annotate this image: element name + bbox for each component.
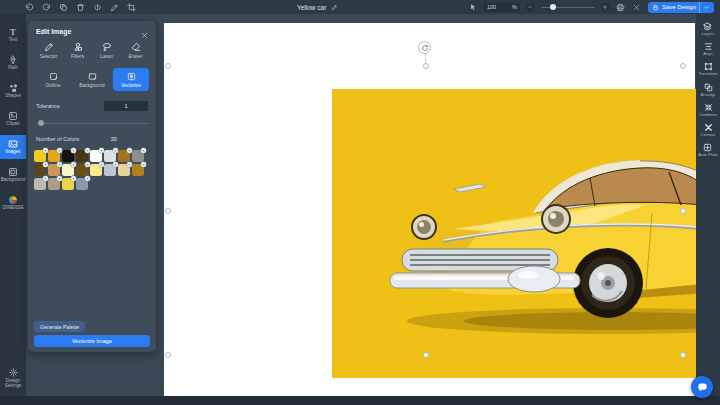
palette-swatch[interactable]: × bbox=[104, 150, 116, 162]
remove-color-icon[interactable]: × bbox=[141, 148, 146, 153]
right-sidebar-item-arrange[interactable]: Arrange bbox=[701, 83, 716, 97]
slider-thumb[interactable] bbox=[38, 120, 44, 126]
right-sidebar-item-combiner[interactable]: Combiner bbox=[699, 103, 717, 117]
crop-button[interactable] bbox=[126, 2, 136, 12]
images-icon bbox=[8, 139, 18, 149]
sidebar-item-path[interactable]: Path bbox=[0, 51, 26, 75]
sidebar-item-design-settings[interactable]: Design Settings bbox=[0, 368, 26, 388]
zoom-unit: % bbox=[512, 4, 517, 10]
gear-icon bbox=[9, 368, 18, 377]
palette-swatch[interactable]: × bbox=[132, 150, 144, 162]
redo-button[interactable] bbox=[41, 2, 51, 12]
tolerance-label: Tolerance bbox=[36, 103, 60, 109]
sidebar-item-text[interactable]: TText bbox=[0, 23, 26, 47]
palette-swatch[interactable]: × bbox=[90, 150, 102, 162]
undo-button[interactable] bbox=[24, 2, 34, 12]
remove-color-icon[interactable]: × bbox=[85, 176, 90, 181]
sidebar-item-images[interactable]: Images bbox=[0, 135, 26, 159]
slider-thumb[interactable] bbox=[550, 4, 556, 10]
mode-vectorize[interactable]: Vectorize bbox=[113, 68, 149, 91]
selection-handle[interactable] bbox=[680, 352, 686, 358]
selection-handle[interactable] bbox=[680, 208, 686, 214]
sidebar-item-background[interactable]: Background bbox=[0, 163, 26, 187]
palette-swatch[interactable]: × bbox=[48, 178, 60, 190]
generate-palette-button[interactable]: Generate Palette bbox=[34, 321, 85, 332]
palette-swatch[interactable]: × bbox=[90, 164, 102, 176]
right-sidebar-item-align[interactable]: Align bbox=[703, 42, 712, 56]
selection-handle[interactable] bbox=[680, 63, 686, 69]
remove-color-icon[interactable]: × bbox=[141, 162, 146, 167]
toolbar-right-group: 100 % Save Design bbox=[468, 0, 714, 14]
selection-handle[interactable] bbox=[423, 352, 429, 358]
tool-selector[interactable]: Selector bbox=[35, 42, 62, 59]
palette-swatch[interactable]: × bbox=[48, 164, 60, 176]
sidebar-item-dimense[interactable]: DIMENSE bbox=[0, 191, 26, 215]
palette-swatch[interactable]: × bbox=[104, 164, 116, 176]
printer-icon bbox=[616, 3, 625, 12]
palette-swatch[interactable]: × bbox=[76, 178, 88, 190]
palette-swatch[interactable]: × bbox=[118, 164, 130, 176]
palette-swatch[interactable]: × bbox=[132, 164, 144, 176]
selection-handle[interactable] bbox=[165, 208, 171, 214]
sidebar-item-shapes[interactable]: Shapes bbox=[0, 79, 26, 103]
duplicate-button[interactable] bbox=[58, 2, 68, 12]
close-editor-button[interactable] bbox=[632, 2, 642, 12]
right-sidebar-item-layers[interactable]: Layers bbox=[702, 22, 715, 36]
svg-text:T: T bbox=[10, 27, 16, 37]
palette-swatch[interactable]: × bbox=[62, 150, 74, 162]
tool-lasso[interactable]: Lasso bbox=[93, 42, 120, 59]
palette-swatch[interactable]: × bbox=[34, 164, 46, 176]
palette-swatch[interactable]: × bbox=[62, 164, 74, 176]
text-icon: T bbox=[8, 27, 18, 37]
selection-handle[interactable] bbox=[423, 63, 429, 69]
right-sidebar-item-label: Transform bbox=[699, 72, 718, 76]
zoom-input[interactable]: 100 % bbox=[484, 3, 520, 12]
right-sidebar-item-auto-plate[interactable]: Auto Plate bbox=[698, 143, 717, 157]
palette-swatch[interactable]: × bbox=[34, 178, 46, 190]
palette-swatch[interactable]: × bbox=[62, 178, 74, 190]
right-sidebar-item-transform[interactable]: Transform bbox=[699, 62, 718, 76]
chat-button[interactable] bbox=[691, 376, 713, 398]
tool-eraser[interactable]: Eraser bbox=[122, 42, 149, 59]
draw-button[interactable] bbox=[109, 2, 119, 12]
tool-filters[interactable]: Filters bbox=[64, 42, 91, 59]
button-divider bbox=[699, 2, 700, 13]
sidebar-item-clipart[interactable]: Clipart bbox=[0, 107, 26, 131]
chevron-down-icon[interactable] bbox=[703, 4, 710, 11]
zoom-slider[interactable] bbox=[541, 3, 595, 11]
slider-track bbox=[36, 123, 148, 124]
palette-swatch[interactable]: × bbox=[118, 150, 130, 162]
crop-icon bbox=[127, 3, 136, 12]
save-design-button[interactable]: Save Design bbox=[648, 2, 714, 13]
selected-image[interactable] bbox=[332, 89, 720, 378]
selection-handle[interactable] bbox=[165, 63, 171, 69]
contour-icon bbox=[704, 123, 713, 132]
pointer-tool-button[interactable] bbox=[468, 2, 478, 12]
pointer-icon bbox=[469, 3, 477, 11]
zoom-out-button[interactable] bbox=[526, 3, 535, 12]
tools-row: SelectorFiltersLassoEraser bbox=[28, 37, 156, 59]
rotate-handle[interactable] bbox=[418, 41, 431, 54]
right-sidebar-item-contour[interactable]: Contour bbox=[701, 123, 716, 137]
mode-background[interactable]: Background bbox=[74, 68, 110, 91]
palette-swatch[interactable]: × bbox=[76, 150, 88, 162]
rename-button[interactable] bbox=[330, 3, 338, 11]
right-sidebar-item-label: Auto Plate bbox=[698, 153, 717, 157]
palette-swatch[interactable]: × bbox=[76, 164, 88, 176]
vectorize-image-button[interactable]: Vectorize Image bbox=[34, 335, 150, 347]
mode-outline[interactable]: Outline bbox=[35, 68, 71, 91]
selection-handle[interactable] bbox=[165, 352, 171, 358]
delete-button[interactable] bbox=[75, 2, 85, 12]
palette-swatch[interactable]: × bbox=[48, 150, 60, 162]
design-canvas[interactable] bbox=[164, 23, 695, 396]
print-button[interactable] bbox=[616, 2, 626, 12]
tolerance-slider[interactable] bbox=[36, 119, 148, 127]
palette-swatch[interactable]: × bbox=[34, 150, 46, 162]
flip-button[interactable] bbox=[92, 2, 102, 12]
panel-close-button[interactable] bbox=[140, 27, 148, 35]
edit-icon bbox=[331, 4, 338, 11]
car-image[interactable] bbox=[384, 149, 720, 349]
sidebar-item-label: Clipart bbox=[6, 122, 19, 127]
tolerance-input[interactable]: 1 bbox=[104, 101, 148, 111]
zoom-in-button[interactable] bbox=[601, 3, 610, 12]
